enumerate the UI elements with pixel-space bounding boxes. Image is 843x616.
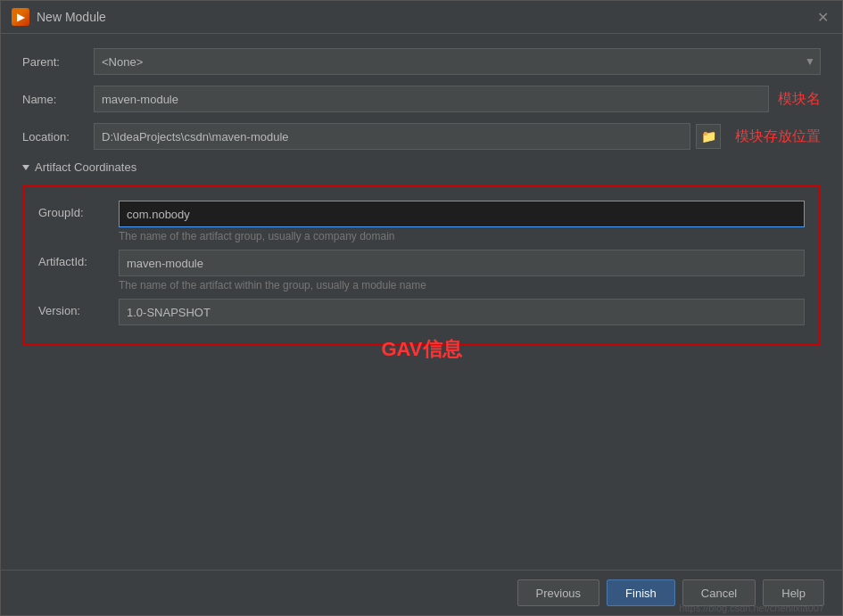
dialog-content: Parent: <None> ▼ Name: 模块名 Location: 📁 (1, 34, 842, 570)
location-label: Location: (22, 130, 94, 144)
dialog-footer: Previous Finish Cancel Help https://blog… (1, 570, 842, 615)
artifactid-input-wrap: The name of the artifact within the grou… (119, 250, 805, 292)
folder-browse-button[interactable]: 📁 (696, 124, 721, 149)
finish-button[interactable]: Finish (607, 579, 675, 606)
parent-select-wrap: <None> ▼ (94, 48, 821, 75)
groupid-label: GroupId: (38, 201, 119, 219)
new-module-dialog: ▶ New Module ✕ Parent: <None> ▼ Name: 模块… (0, 0, 843, 616)
name-label: Name: (22, 93, 94, 106)
parent-label: Parent: (22, 55, 94, 69)
name-annotation: 模块名 (778, 90, 821, 109)
version-row: Version: (38, 299, 805, 325)
footer-url: https://blog.csdn.net/chenlixia007 (679, 603, 824, 613)
parent-row: Parent: <None> ▼ (22, 48, 821, 75)
artifact-section-header: Artifact Coordinates (22, 160, 821, 174)
dialog-title: New Module (37, 10, 106, 24)
location-row: Location: 📁 模块存放位置 (22, 123, 821, 150)
artifact-section-label: Artifact Coordinates (35, 160, 136, 174)
artifact-coordinates-box: GroupId: The name of the artifact group,… (22, 185, 821, 345)
title-bar: ▶ New Module ✕ (1, 1, 842, 34)
artifactid-row: ArtifactId: The name of the artifact wit… (38, 250, 805, 292)
section-toggle[interactable] (22, 165, 29, 170)
app-icon-text: ▶ (17, 12, 24, 23)
artifactid-hint: The name of the artifact within the grou… (119, 279, 805, 292)
version-label: Version: (38, 299, 119, 317)
previous-button[interactable]: Previous (517, 579, 600, 606)
gav-annotation: GAV信息 (381, 336, 461, 363)
location-annotation: 模块存放位置 (735, 127, 821, 146)
artifactid-input[interactable] (119, 250, 805, 276)
version-input[interactable] (119, 299, 805, 325)
title-bar-left: ▶ New Module (12, 8, 106, 26)
groupid-input[interactable] (119, 201, 805, 227)
close-button[interactable]: ✕ (814, 8, 831, 26)
groupid-input-wrap: The name of the artifact group, usually … (119, 201, 805, 242)
artifactid-label: ArtifactId: (38, 250, 119, 268)
app-icon: ▶ (12, 8, 29, 26)
groupid-row: GroupId: The name of the artifact group,… (38, 201, 805, 242)
parent-select[interactable]: <None> (94, 48, 821, 75)
version-input-wrap (119, 299, 805, 325)
groupid-hint: The name of the artifact group, usually … (119, 230, 805, 242)
name-row-content: 模块名 (94, 86, 821, 112)
name-row: Name: 模块名 (22, 86, 821, 112)
location-input[interactable] (94, 123, 690, 150)
location-row-content: 📁 模块存放位置 (94, 123, 821, 150)
folder-icon: 📁 (701, 129, 716, 144)
name-input[interactable] (94, 86, 769, 112)
